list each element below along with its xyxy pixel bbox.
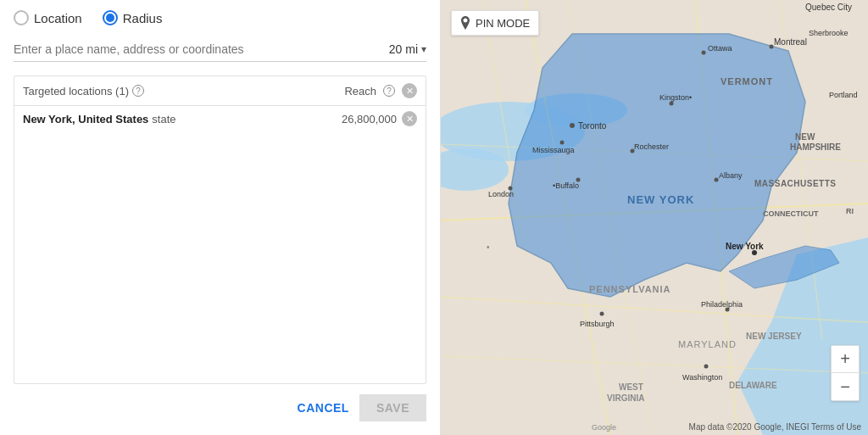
svg-text:HAMPSHIRE: HAMPSHIRE [790, 142, 841, 152]
radius-radio-option[interactable]: Radius [103, 10, 163, 25]
location-radio-label: Location [34, 11, 82, 25]
reach-info-icon[interactable]: ? [383, 85, 395, 97]
svg-text:Pittsburgh: Pittsburgh [580, 320, 615, 328]
pin-icon [460, 16, 470, 30]
reach-value: 26,800,000 [342, 113, 397, 125]
svg-text:VERMONT: VERMONT [721, 76, 773, 86]
location-row: New York, United States state 26,800,000… [14, 106, 426, 131]
svg-text:NEW JERSEY: NEW JERSEY [746, 332, 802, 341]
chevron-down-icon: ▾ [421, 43, 426, 55]
location-radio-option[interactable]: Location [14, 10, 82, 25]
svg-text:Google: Google [592, 423, 616, 432]
svg-point-24 [715, 178, 719, 182]
svg-text:Washington: Washington [682, 373, 722, 382]
svg-text:NEW: NEW [795, 132, 815, 142]
svg-point-40 [770, 45, 774, 49]
map-attribution: Map data ©2020 Google, INEGI Terms of Us… [689, 422, 861, 432]
reach-label: Reach [344, 85, 376, 98]
svg-text:MASSACHUSETTS: MASSACHUSETTS [754, 179, 837, 188]
svg-point-18 [560, 141, 565, 145]
svg-text:Philadelphia: Philadelphia [701, 300, 743, 309]
radio-group: Location Radius [14, 10, 426, 25]
svg-point-38 [702, 51, 706, 55]
location-radio-circle[interactable] [14, 10, 29, 25]
search-input[interactable] [14, 42, 389, 56]
svg-text:Kingston•: Kingston• [659, 93, 692, 102]
svg-text:Montreal: Montreal [774, 37, 807, 47]
zoom-out-button[interactable]: − [832, 373, 859, 400]
pin-mode-label: PIN MODE [476, 17, 530, 30]
attribution-text: Map data ©2020 Google, INEGI Terms of Us… [689, 422, 861, 432]
svg-text:VIRGINIA: VIRGINIA [607, 393, 644, 403]
svg-text:•Buffalo: •Buffalo [553, 181, 579, 190]
svg-text:•: • [487, 243, 490, 252]
search-row: 20 mi ▾ [14, 42, 426, 62]
map-svg: Toronto Mississauga Rochester •Buffalo A… [441, 0, 868, 435]
svg-point-26 [670, 102, 674, 106]
svg-point-36 [704, 365, 709, 369]
map-panel: Toronto Mississauga Rochester •Buffalo A… [441, 0, 868, 435]
svg-text:Toronto: Toronto [578, 121, 607, 131]
close-all-icon[interactable]: ✕ [402, 83, 417, 98]
svg-text:NEW YORK: NEW YORK [627, 193, 694, 206]
info-icon[interactable]: ? [132, 85, 144, 97]
svg-text:Ottawa: Ottawa [708, 44, 732, 53]
radius-radio-label: Radius [123, 11, 163, 25]
targeted-locations-box: Targeted locations (1) ? Reach ? ✕ New Y… [14, 75, 426, 384]
cancel-button[interactable]: CANCEL [298, 401, 349, 415]
save-button[interactable]: SAVE [359, 394, 426, 421]
targeted-header: Targeted locations (1) ? Reach ? ✕ [14, 76, 426, 106]
svg-text:PENNSYLVANIA: PENNSYLVANIA [589, 284, 671, 294]
bottom-actions: CANCEL SAVE [14, 384, 426, 425]
map-zoom-controls: + − [831, 345, 860, 401]
svg-point-16 [570, 123, 575, 128]
svg-text:MARYLAND: MARYLAND [678, 339, 737, 349]
targeted-header-label: Targeted locations (1) [23, 85, 129, 98]
location-reach: 26,800,000 ✕ [342, 111, 417, 126]
svg-text:Portland: Portland [829, 91, 858, 99]
svg-text:DELAWARE: DELAWARE [729, 381, 777, 390]
svg-text:London: London [488, 190, 514, 198]
svg-text:Quebec City: Quebec City [805, 3, 852, 12]
distance-select[interactable]: 20 mi ▾ [389, 42, 426, 56]
remove-location-icon[interactable]: ✕ [402, 111, 417, 126]
location-name: New York, United States state [23, 113, 176, 125]
location-type-text: state [152, 113, 175, 125]
svg-text:Rochester: Rochester [634, 142, 669, 151]
radius-radio-circle[interactable] [103, 10, 118, 25]
svg-point-32 [600, 312, 604, 316]
svg-text:Mississauga: Mississauga [532, 146, 575, 154]
svg-text:WEST: WEST [619, 382, 643, 392]
svg-text:CONNECTICUT: CONNECTICUT [763, 209, 819, 218]
svg-text:Sherbrooke: Sherbrooke [809, 29, 849, 37]
zoom-in-button[interactable]: + [832, 346, 859, 373]
location-name-text: New York, United States [23, 113, 148, 125]
svg-text:RI: RI [846, 207, 854, 215]
svg-text:New York: New York [726, 242, 764, 251]
distance-value: 20 mi [389, 42, 418, 56]
pin-mode-button[interactable]: PIN MODE [451, 10, 539, 36]
svg-text:Albany: Albany [719, 171, 743, 180]
targeted-header-left: Targeted locations (1) ? [23, 85, 144, 98]
left-panel: Location Radius 20 mi ▾ Targeted locatio… [0, 0, 441, 435]
